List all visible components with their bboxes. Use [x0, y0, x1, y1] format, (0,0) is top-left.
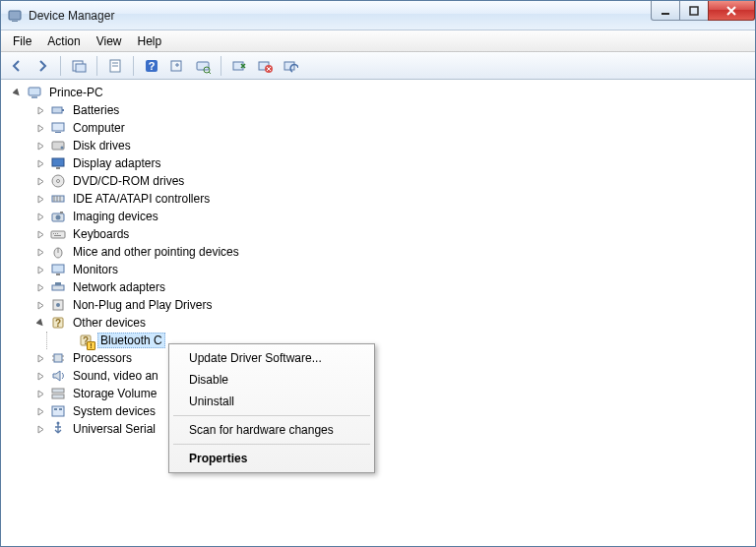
svg-rect-12	[197, 62, 209, 70]
expand-icon[interactable]	[34, 423, 46, 435]
svg-rect-57	[54, 354, 62, 362]
tree-device[interactable]: ?! Bluetooth C	[5, 332, 751, 349]
titlebar: Device Manager	[1, 1, 755, 30]
tree-category-label: Batteries	[70, 102, 122, 118]
toolbar-scan-button[interactable]	[191, 54, 215, 78]
monitor-icon	[50, 262, 66, 277]
tree-root[interactable]: Prince-PC	[5, 84, 751, 101]
svg-rect-42	[55, 233, 56, 234]
tree-category-label: System devices	[70, 403, 158, 419]
expand-icon[interactable]	[34, 228, 46, 240]
camera-icon	[50, 209, 66, 224]
menu-action[interactable]: Action	[39, 32, 88, 50]
tree-category[interactable]: Universal Serial	[5, 420, 751, 438]
expand-icon[interactable]	[34, 388, 46, 399]
maximize-button[interactable]	[679, 1, 709, 21]
expand-icon[interactable]	[34, 299, 46, 311]
tree-category[interactable]: Computer	[5, 119, 751, 137]
svg-rect-65	[54, 408, 57, 410]
ide-icon	[50, 191, 66, 207]
collapse-icon[interactable]	[34, 317, 46, 329]
svg-point-32	[57, 180, 60, 183]
svg-rect-23	[52, 107, 62, 113]
expand-icon[interactable]	[34, 122, 46, 134]
tree-category[interactable]: Keyboards	[5, 225, 751, 243]
svg-rect-44	[54, 235, 61, 236]
expand-icon[interactable]	[34, 246, 46, 258]
tree-category-label: Computer	[70, 120, 128, 136]
svg-rect-2	[662, 13, 669, 15]
expand-icon[interactable]	[34, 140, 46, 152]
tree-category[interactable]: IDE ATA/ATAPI controllers	[5, 190, 751, 208]
context-menu-update-driver[interactable]: Update Driver Software...	[171, 347, 372, 369]
context-menu-properties[interactable]: Properties	[171, 448, 372, 469]
toolbar-help-button[interactable]: ?	[140, 54, 163, 78]
tree-category[interactable]: Sound, video an	[5, 367, 751, 385]
context-menu-separator	[173, 415, 370, 416]
minimize-button[interactable]	[651, 1, 680, 21]
toolbar-uninstall-button[interactable]	[253, 54, 277, 78]
tree-category[interactable]: ? Other devices	[5, 314, 751, 332]
tree-category[interactable]: Processors	[5, 349, 751, 367]
toolbar-disable-button[interactable]	[279, 54, 302, 78]
svg-rect-29	[52, 158, 64, 166]
expand-icon[interactable]	[34, 281, 46, 293]
expand-icon[interactable]	[34, 264, 46, 275]
tree-category-label: IDE ATA/ATAPI controllers	[70, 191, 213, 207]
device-tree[interactable]: Prince-PC Batteries Computer Disk drives…	[1, 80, 755, 546]
expand-icon[interactable]	[34, 405, 46, 417]
expand-icon[interactable]	[34, 104, 46, 116]
expand-icon[interactable]	[34, 211, 46, 222]
svg-line-14	[209, 72, 211, 74]
toolbar-show-hidden-button[interactable]	[67, 54, 91, 78]
svg-text:?: ?	[55, 318, 61, 329]
expand-icon[interactable]	[34, 193, 46, 205]
tree-category[interactable]: Network adapters	[5, 278, 751, 296]
tree-category-label: Display adapters	[70, 155, 163, 171]
computer-icon	[50, 120, 66, 136]
context-menu-scan[interactable]: Scan for hardware changes	[171, 419, 372, 441]
window-controls	[652, 1, 755, 21]
mouse-icon	[50, 244, 66, 260]
svg-rect-47	[52, 265, 64, 273]
tree-category[interactable]: Display adapters	[5, 154, 751, 172]
close-button[interactable]	[708, 1, 755, 21]
spacer	[62, 334, 74, 346]
tree-category-label: Monitors	[70, 262, 121, 277]
toolbar-properties-button[interactable]	[103, 54, 127, 78]
svg-rect-22	[32, 96, 37, 98]
toolbar-update-button[interactable]	[165, 54, 189, 78]
menu-view[interactable]: View	[89, 32, 130, 50]
tree-category-label: Storage Volume	[70, 386, 159, 401]
tree-category[interactable]: Mice and other pointing devices	[5, 243, 751, 261]
toolbar-forward-button[interactable]	[31, 54, 54, 78]
context-menu-uninstall[interactable]: Uninstall	[171, 391, 372, 412]
collapse-icon[interactable]	[11, 87, 23, 98]
other-icon: ?	[50, 315, 66, 331]
tree-category[interactable]: Batteries	[5, 101, 751, 119]
toolbar-separator	[60, 56, 61, 76]
tree-category[interactable]: DVD/CD-ROM drives	[5, 172, 751, 190]
svg-rect-24	[62, 109, 64, 111]
expand-icon[interactable]	[34, 157, 46, 169]
toolbar-enable-button[interactable]	[227, 54, 251, 78]
tree-category[interactable]: Non-Plug and Play Drivers	[5, 296, 751, 314]
expand-icon[interactable]	[34, 352, 46, 364]
tree-category[interactable]: System devices	[5, 402, 751, 420]
menu-file[interactable]: File	[5, 32, 39, 50]
expand-icon[interactable]	[34, 175, 46, 187]
context-menu-disable[interactable]: Disable	[171, 369, 372, 391]
toolbar-back-button[interactable]	[5, 54, 29, 78]
menubar: File Action View Help	[1, 30, 755, 52]
svg-rect-39	[60, 212, 63, 213]
tree-category-label: Processors	[70, 350, 135, 366]
network-icon	[50, 279, 66, 295]
device-manager-window: Device Manager File Action View Help ?	[0, 0, 756, 547]
tree-category-label: Mice and other pointing devices	[70, 244, 242, 260]
tree-category[interactable]: Imaging devices	[5, 208, 751, 225]
expand-icon[interactable]	[34, 370, 46, 382]
tree-category[interactable]: Storage Volume	[5, 385, 751, 402]
menu-help[interactable]: Help	[130, 32, 170, 50]
tree-category[interactable]: Monitors	[5, 261, 751, 278]
tree-category[interactable]: Disk drives	[5, 137, 751, 154]
